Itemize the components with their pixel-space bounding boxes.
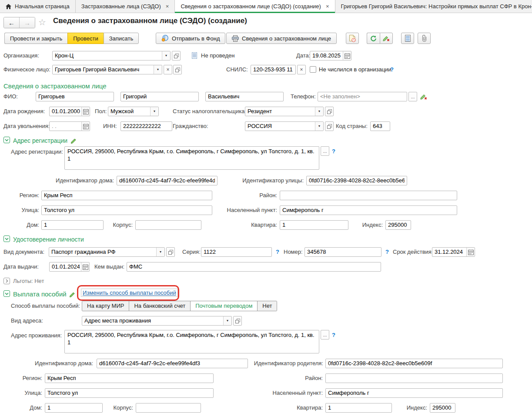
firstname-field[interactable]: Григорий xyxy=(120,92,199,101)
calendar-icon[interactable] xyxy=(343,51,351,60)
house-id-field[interactable]: d616007d-c245-4af7-9c2c-efee99fe4df3 xyxy=(117,176,217,185)
chevron-down-icon[interactable]: ▾ xyxy=(162,51,170,60)
sex-combo[interactable]: Мужской ▾ xyxy=(108,107,159,116)
city-field[interactable]: Симферополь г xyxy=(325,388,503,398)
tab-insured-person-new[interactable]: Сведения о застрахованном лице (СЭДО) (с… xyxy=(175,0,335,13)
chevron-down-icon[interactable]: ▾ xyxy=(315,107,323,116)
help-icon[interactable]: ? xyxy=(332,330,335,340)
calendar-icon[interactable] xyxy=(466,248,475,256)
doc-kind-open-button[interactable] xyxy=(166,247,175,257)
street-field[interactable]: Толстого ул xyxy=(45,388,214,398)
flat-field[interactable]: 1 xyxy=(280,220,348,230)
favorite-star-icon[interactable]: ☆ xyxy=(38,17,46,27)
doc-kind-combo[interactable]: Паспорт гражданина РФ ▾ xyxy=(49,247,165,257)
not-in-org-checkbox[interactable] xyxy=(310,66,316,73)
addr-kind-combo[interactable]: Адрес места проживания ▾ xyxy=(82,316,232,326)
region-field[interactable]: Крым Респ xyxy=(45,373,214,383)
block-field[interactable] xyxy=(135,220,201,230)
house-id-field[interactable]: d616007d-c245-4af7-9c2c-efee99fe4df3 xyxy=(97,359,248,368)
lastname-field[interactable]: Григорьев xyxy=(36,92,114,101)
calendar-icon[interactable] xyxy=(81,262,89,271)
citizenship-combo[interactable]: РОССИЯ ▾ xyxy=(245,121,324,131)
change-payment-method-link[interactable]: Изменить способ выплаты пособий xyxy=(81,289,178,297)
person-open-button[interactable] xyxy=(173,65,182,74)
parent-id-field[interactable]: 0fd0716c-2398-4028-82c2-8eec0b5e609f xyxy=(325,359,503,368)
zip-field[interactable]: 295000 xyxy=(385,220,411,230)
house-field[interactable]: 1 xyxy=(45,403,103,413)
living-addr-dots-button[interactable]: ... xyxy=(321,330,329,340)
chevron-down-icon[interactable]: ▾ xyxy=(223,316,231,325)
middlename-field[interactable]: Васильевич xyxy=(205,92,284,101)
method-bank-account[interactable]: На банковский счет xyxy=(129,301,191,311)
method-none[interactable]: Нет xyxy=(258,301,277,311)
phone-dots-button[interactable]: ... xyxy=(408,92,417,101)
street-id-field[interactable]: 0fd0716c-2398-4028-82c2-8eec0b5e609f xyxy=(306,176,407,185)
block-field[interactable] xyxy=(136,403,201,413)
post-button[interactable]: Провести xyxy=(67,33,104,44)
send-to-fund-button[interactable]: Отправить в Фонд xyxy=(156,33,225,44)
pencil-icon[interactable] xyxy=(70,291,76,297)
chevron-down-icon[interactable]: ▾ xyxy=(156,248,164,256)
forward-arrow-icon[interactable]: → xyxy=(19,17,35,28)
help-icon[interactable]: ? xyxy=(385,247,389,257)
series-field[interactable]: 1122 xyxy=(201,247,272,257)
attachments-button[interactable] xyxy=(418,33,431,44)
calendar-icon[interactable] xyxy=(81,122,90,131)
post-and-close-button[interactable]: Провести и закрыть xyxy=(4,33,67,44)
tax-status-open-button[interactable] xyxy=(325,107,334,116)
inn-field[interactable]: 222222222222 xyxy=(120,121,172,131)
edit-cancel-icon[interactable] xyxy=(420,93,428,100)
snils-clear-button[interactable]: × xyxy=(297,65,306,74)
addr-kind-open-button[interactable] xyxy=(233,316,242,326)
payment-expander[interactable] xyxy=(3,290,10,297)
snils-field[interactable]: 120-253-935 11 xyxy=(251,65,296,74)
method-postal[interactable]: Почтовым переводом xyxy=(191,301,258,311)
dismissal-field[interactable]: . . xyxy=(49,121,90,131)
write-button[interactable]: Записать xyxy=(104,33,139,44)
reg-address-dots-button[interactable]: ... xyxy=(321,146,329,156)
help-icon[interactable]: ? xyxy=(332,147,335,156)
living-addr-area[interactable]: РОССИЯ, 295000, Республика Крым, г.о. Си… xyxy=(64,330,319,353)
valid-until-field[interactable]: 31.12.2024 xyxy=(432,247,475,257)
issue-date-field[interactable]: 01.01.2024 xyxy=(49,262,90,272)
chevron-down-icon[interactable]: ▾ xyxy=(154,65,162,74)
citizenship-open-button[interactable] xyxy=(325,121,334,131)
calendar-icon[interactable] xyxy=(81,107,90,116)
cancel-edit-button[interactable] xyxy=(380,33,393,44)
issuer-field[interactable]: ФМС xyxy=(127,262,381,272)
number-field[interactable]: 345678 xyxy=(304,247,381,257)
org-combo[interactable]: Крон-Ц ▾ xyxy=(52,51,171,61)
chevron-down-icon[interactable]: ▾ xyxy=(150,107,158,116)
reg-address-expander[interactable] xyxy=(3,137,10,143)
identity-expander[interactable] xyxy=(3,235,10,242)
zip-field[interactable]: 295000 xyxy=(430,403,455,413)
country-code-field[interactable]: 643 xyxy=(370,121,390,131)
flat-field[interactable]: 1 xyxy=(325,403,392,413)
reg-address-area[interactable]: РОССИЯ, 295000, Республика Крым, г.о. Си… xyxy=(64,146,319,170)
tab-insured-persons[interactable]: Застрахованные лица (СЭДО) × xyxy=(76,0,175,13)
privileges-expander[interactable] xyxy=(3,278,10,284)
district-field[interactable] xyxy=(325,373,503,383)
close-icon[interactable]: × xyxy=(326,3,329,10)
report-button[interactable] xyxy=(401,33,414,44)
street-field[interactable]: Толстого ул xyxy=(41,205,212,215)
close-icon[interactable]: × xyxy=(166,3,169,10)
help-icon[interactable]: ? xyxy=(390,65,394,74)
refresh-button[interactable] xyxy=(367,33,380,44)
date-field[interactable]: 19.08.2025 xyxy=(310,51,351,61)
method-mir-card[interactable]: На карту МИР xyxy=(82,301,129,311)
region-field[interactable]: Крым Респ xyxy=(41,191,212,200)
org-open-button[interactable] xyxy=(172,51,181,61)
person-combo[interactable]: Григорьев Григорий Васильевич ▾ xyxy=(52,65,162,74)
house-field[interactable]: 1 xyxy=(41,220,104,230)
tab-home[interactable]: Начальная страница xyxy=(0,0,76,13)
birth-field[interactable]: 01.01.2000 xyxy=(49,107,90,116)
help-icon[interactable]: ? xyxy=(276,247,279,257)
district-field[interactable] xyxy=(280,191,457,200)
print-insured-info-button[interactable]: Сведения о застрахованном лице xyxy=(226,33,337,44)
back-arrow-icon[interactable]: ← xyxy=(4,17,19,28)
pencil-icon[interactable] xyxy=(71,138,77,144)
tax-status-combo[interactable]: Резидент ▾ xyxy=(245,107,324,116)
chevron-down-icon[interactable]: ▾ xyxy=(315,122,323,131)
privileges-summary[interactable]: Льготы: Нет xyxy=(13,276,44,286)
